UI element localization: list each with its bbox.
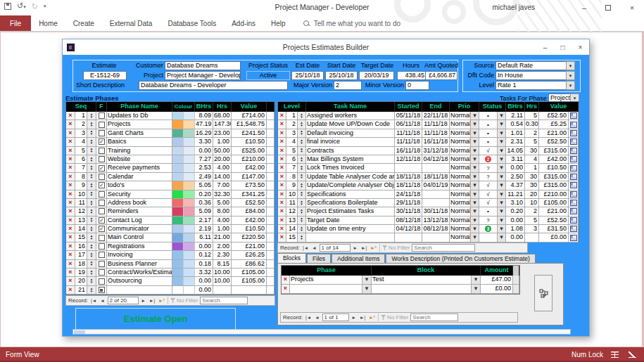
- delete-task-icon[interactable]: ×: [278, 164, 286, 172]
- move-row-spinner[interactable]: ▲▼: [87, 147, 96, 155]
- task-hrs-cell[interactable]: 10: [525, 199, 539, 207]
- phase-flag-cell[interactable]: [96, 181, 107, 190]
- delete-phase-icon[interactable]: ×: [66, 260, 75, 269]
- phase-value-cell[interactable]: £105.00: [232, 277, 267, 285]
- project-field[interactable]: Project Manager - Developer: [165, 71, 241, 80]
- phase-flag-cell[interactable]: [96, 155, 107, 164]
- task-status-cell[interactable]: √: [479, 199, 498, 207]
- move-row-spinner[interactable]: ▲▼: [298, 233, 306, 242]
- phase-bhrs-cell[interactable]: 6.11: [195, 233, 213, 242]
- phase-colour-swatch[interactable]: [172, 216, 184, 225]
- phase-value-cell[interactable]: £241.50: [232, 129, 267, 138]
- phase-colour-swatch[interactable]: [172, 173, 184, 181]
- move-row-spinner[interactable]: ▲▼: [298, 225, 306, 233]
- chevron-down-icon[interactable]: ▾: [566, 81, 575, 90]
- phase-bhrs-cell[interactable]: 0.00: [195, 286, 213, 295]
- checkbox[interactable]: [99, 269, 105, 276]
- delete-phase-icon[interactable]: ×: [66, 181, 75, 190]
- delete-phase-icon[interactable]: ×: [66, 216, 75, 225]
- task-value-cell[interactable]: £105.00: [539, 199, 569, 207]
- move-row-spinner[interactable]: ▲▼: [87, 138, 96, 146]
- phase-value-cell[interactable]: £1,548.75: [232, 120, 267, 129]
- minor-version-field[interactable]: 0: [405, 81, 429, 90]
- record-position-field[interactable]: 1 of 14: [320, 244, 351, 252]
- phase-hrs-cell[interactable]: 8.15: [213, 260, 232, 269]
- move-row-spinner[interactable]: ▲▼: [87, 233, 96, 242]
- phase-colour-swatch[interactable]: [172, 225, 184, 233]
- est-date-field[interactable]: 25/10/18: [291, 71, 324, 80]
- amt-quoted-field[interactable]: £4,606.87: [425, 71, 457, 80]
- redo-button[interactable]: ↻: [32, 3, 38, 10]
- move-row-spinner[interactable]: ▲▼: [87, 155, 96, 164]
- task-started-cell[interactable]: 06/11/18: [395, 120, 422, 129]
- chevron-down-icon[interactable]: ▾: [498, 147, 506, 155]
- task-status-cell[interactable]: •: [479, 138, 498, 146]
- phase-flag-cell[interactable]: [96, 147, 107, 155]
- phase-bhrs-cell[interactable]: 2.49: [195, 173, 213, 181]
- phase-bhrs-cell[interactable]: 0.20: [195, 190, 213, 199]
- task-priority-cell[interactable]: Normal: [450, 147, 471, 155]
- checkbox[interactable]: [99, 217, 105, 224]
- task-status-cell[interactable]: ?: [479, 164, 498, 172]
- chevron-down-icon[interactable]: ▾: [472, 276, 481, 285]
- checkbox[interactable]: [99, 252, 105, 258]
- checkbox[interactable]: [99, 200, 105, 206]
- delete-task-icon[interactable]: ×: [278, 225, 286, 233]
- phase-value-cell[interactable]: £86.62: [232, 260, 267, 269]
- phase-value-cell[interactable]: £210.00: [232, 155, 267, 164]
- delete-phase-icon[interactable]: ×: [66, 190, 75, 199]
- task-bhrs-cell[interactable]: 2.50: [506, 173, 525, 181]
- move-row-spinner[interactable]: ▲▼: [87, 277, 96, 285]
- chevron-down-icon[interactable]: ▾: [471, 129, 479, 138]
- phase-hrs-cell[interactable]: 2.00: [213, 243, 232, 251]
- delete-phase-icon[interactable]: ×: [66, 173, 75, 181]
- delete-task-icon[interactable]: ×: [278, 155, 286, 164]
- last-record-button[interactable]: ►|: [360, 245, 367, 250]
- block-amount-cell[interactable]: £47.00: [481, 276, 513, 285]
- phase-bhrs-cell[interactable]: 7.27: [195, 155, 213, 164]
- task-bhrs-cell[interactable]: 3.10: [506, 199, 525, 207]
- task-started-cell[interactable]: [395, 164, 422, 172]
- move-row-spinner[interactable]: ▲▼: [87, 120, 96, 129]
- task-name-cell[interactable]: Target Date: [306, 216, 395, 225]
- checkbox[interactable]: [99, 226, 105, 232]
- move-row-spinner[interactable]: ▲▼: [298, 155, 306, 164]
- phase-flag-cell[interactable]: [96, 233, 107, 242]
- phase-hrs-cell[interactable]: 20.00: [213, 155, 232, 164]
- chevron-down-icon[interactable]: ▾: [471, 155, 479, 164]
- task-status-cell[interactable]: 2: [479, 155, 498, 164]
- phase-colour-swatch[interactable]: [172, 181, 184, 190]
- phase-flag-cell[interactable]: [96, 199, 107, 207]
- task-hrs-cell[interactable]: 30: [525, 173, 539, 181]
- task-started-cell[interactable]: 24/11/18: [395, 190, 422, 199]
- phase-name-cell[interactable]: Invoicing: [107, 251, 172, 259]
- delete-phase-icon[interactable]: ×: [66, 120, 75, 129]
- phase-colour-tint-swatch[interactable]: [184, 199, 195, 207]
- phase-hrs-cell[interactable]: 50.00: [213, 147, 232, 155]
- task-status-cell[interactable]: ?: [479, 216, 498, 225]
- task-detail-button[interactable]: [569, 164, 579, 172]
- detail-tab[interactable]: Works Description (Printed On Customers …: [386, 254, 535, 263]
- phase-colour-tint-swatch[interactable]: [184, 243, 195, 251]
- checkbox[interactable]: [99, 182, 105, 188]
- phase-value-cell[interactable]: £147.00: [232, 173, 267, 181]
- move-row-spinner[interactable]: ▲▼: [87, 286, 96, 295]
- phase-colour-tint-swatch[interactable]: [184, 225, 195, 233]
- task-started-cell[interactable]: 30/11/18: [395, 207, 422, 216]
- delete-phase-icon[interactable]: ×: [66, 243, 75, 251]
- task-started-cell[interactable]: 18/11/18: [395, 181, 422, 190]
- move-row-spinner[interactable]: ▲▼: [298, 216, 306, 225]
- task-priority-cell[interactable]: Normal: [450, 173, 471, 181]
- phase-value-cell[interactable]: £26.25: [232, 251, 267, 259]
- phase-name-cell[interactable]: Website: [107, 155, 172, 164]
- previous-record-button[interactable]: ◄: [311, 245, 317, 250]
- task-value-cell[interactable]: £31.50: [539, 225, 569, 233]
- move-row-spinner[interactable]: ▲▼: [87, 129, 96, 138]
- next-record-button[interactable]: ►: [141, 298, 146, 303]
- estimate-number-field[interactable]: E-1512-69: [83, 71, 127, 80]
- block-name-cell[interactable]: [372, 285, 472, 294]
- delete-phase-icon[interactable]: ×: [66, 251, 75, 259]
- chevron-down-icon[interactable]: ▾: [498, 138, 506, 146]
- task-end-cell[interactable]: 16/11/18: [422, 138, 450, 146]
- filter-status[interactable]: No Filter: [382, 245, 410, 251]
